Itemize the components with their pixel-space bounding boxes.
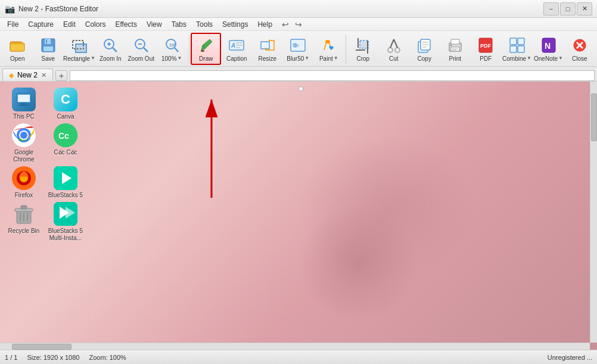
- caption-button[interactable]: A Caption: [222, 33, 252, 65]
- url-bar[interactable]: [70, 70, 595, 81]
- combine-icon: [508, 36, 527, 55]
- svg-rect-63: [18, 105, 29, 106]
- copy-label: Copy: [418, 55, 431, 62]
- menu-file[interactable]: File: [2, 19, 23, 30]
- open-label: Open: [10, 55, 24, 62]
- chrome-label: Google Chrome: [6, 149, 42, 163]
- desktop-icon-canva: C Canva: [48, 88, 83, 120]
- svg-text:A: A: [231, 42, 235, 49]
- desktop-icon-this-pc: This PC: [6, 88, 42, 120]
- zoom-in-icon: [101, 36, 120, 55]
- minimize-button[interactable]: −: [543, 2, 559, 15]
- onenote-arrow: ▼: [558, 55, 563, 61]
- bluestacks-icon: [54, 166, 77, 190]
- icon-row-2: Google Chrome Cc Cốc Cốc: [6, 123, 83, 163]
- print-button[interactable]: Print: [440, 33, 471, 65]
- menu-view[interactable]: View: [142, 19, 167, 30]
- svg-line-11: [113, 48, 117, 52]
- tab-new2[interactable]: ◆ New 2 ✕: [2, 69, 53, 81]
- print-label: Print: [449, 55, 461, 62]
- desktop-icon-chrome: Google Chrome: [6, 123, 42, 163]
- desktop-icon-firefox: Firefox: [6, 166, 42, 199]
- menu-tabs[interactable]: Tabs: [167, 19, 191, 30]
- onenote-label: OneNote: [534, 55, 558, 62]
- menu-tools[interactable]: Tools: [191, 19, 217, 30]
- rectangle-button[interactable]: Rectangle ▼: [64, 33, 95, 65]
- zoom-100-button[interactable]: 100 100% ▼: [157, 33, 187, 65]
- svg-rect-55: [518, 46, 524, 52]
- add-tab-button[interactable]: +: [55, 70, 67, 81]
- status-size: Size: 1920 x 1080: [27, 354, 79, 361]
- onenote-button[interactable]: N OneNote ▼: [533, 33, 564, 65]
- close-window-button[interactable]: ✕: [577, 2, 592, 15]
- menu-capture[interactable]: Capture: [23, 19, 58, 30]
- this-pc-icon: [12, 88, 36, 111]
- cut-button[interactable]: Cut: [379, 33, 409, 65]
- desktop-icon-bluestacks: BlueStacks 5: [48, 166, 83, 199]
- paint-button[interactable]: Paint ▼: [314, 33, 344, 65]
- this-pc-label: This PC: [13, 113, 35, 120]
- svg-rect-78: [21, 206, 27, 209]
- redo-button[interactable]: ↪: [293, 18, 304, 30]
- svg-rect-19: [201, 50, 204, 52]
- svg-rect-62: [20, 103, 27, 105]
- save-button[interactable]: Save: [33, 33, 64, 65]
- copy-icon: [415, 36, 434, 55]
- tab-bar: ◆ New 2 ✕ +: [0, 67, 597, 82]
- blur50-label: Blur50: [287, 55, 304, 62]
- app-icon: 📷: [5, 4, 15, 14]
- menu-bar: File Capture Edit Colors Effects View Ta…: [0, 18, 597, 31]
- recycle-label: Recycle Bin: [8, 228, 40, 235]
- status-registration: Unregistered ...: [548, 354, 592, 361]
- blur50-button[interactable]: 50 Blur50 ▼: [283, 33, 313, 65]
- zoom-in-button[interactable]: Zoom In: [95, 33, 126, 65]
- crop-button[interactable]: Crop: [348, 33, 378, 65]
- title-bar-controls: − □ ✕: [543, 2, 592, 15]
- svg-rect-32: [360, 41, 368, 48]
- toolbar-separator-1: [189, 35, 189, 63]
- paint-icon: [319, 36, 338, 55]
- copy-button[interactable]: Copy: [409, 33, 440, 65]
- desktop-icon-recycle: Recycle Bin: [6, 202, 42, 242]
- combine-button[interactable]: Combine ▼: [502, 33, 533, 65]
- menu-help[interactable]: Help: [253, 19, 277, 30]
- maximize-button[interactable]: □: [560, 2, 576, 15]
- open-button[interactable]: Open: [2, 33, 33, 65]
- vertical-scrollbar[interactable]: [590, 82, 597, 343]
- resize-button[interactable]: Resize: [253, 33, 283, 65]
- title-bar-left: 📷 New 2 - FastStone Editor: [5, 4, 98, 14]
- draw-button[interactable]: Draw: [191, 33, 221, 65]
- svg-text:N: N: [545, 41, 551, 51]
- svg-point-36: [395, 48, 400, 52]
- zoom-100-icon: 100: [162, 36, 181, 55]
- image-canvas[interactable]: This PC C Canva: [0, 82, 597, 350]
- menu-effects[interactable]: Effects: [110, 19, 141, 30]
- bluestacks2-label: BlueStacks 5 Multi-Insta...: [48, 228, 83, 242]
- chrome-icon: [12, 123, 36, 147]
- svg-rect-64: [18, 95, 30, 102]
- zoom-out-button[interactable]: Zoom Out: [126, 33, 157, 65]
- onenote-icon: N: [539, 36, 558, 55]
- toolbar: Open Save Rectangle ▼: [0, 31, 597, 67]
- undo-button[interactable]: ↩: [279, 18, 291, 30]
- window-title: New 2 - FastStone Editor: [18, 5, 98, 13]
- icon-row-4: Recycle Bin BlueStacks 5 Multi-Insta...: [6, 202, 83, 242]
- pdf-button[interactable]: PDF PDF: [471, 33, 501, 65]
- menu-edit[interactable]: Edit: [58, 19, 80, 30]
- paint-label-group: Paint ▼: [319, 55, 338, 62]
- zoom-out-icon: [132, 36, 151, 55]
- scrollbar-thumb-v[interactable]: [591, 94, 597, 141]
- scrollbar-thumb-h[interactable]: [12, 344, 71, 350]
- combine-label-group: Combine ▼: [502, 55, 531, 62]
- zoom-100-arrow: ▼: [178, 55, 182, 61]
- close-image-button[interactable]: Close: [565, 33, 595, 65]
- horizontal-scrollbar[interactable]: [0, 343, 590, 350]
- menu-colors[interactable]: Colors: [80, 19, 111, 30]
- svg-rect-53: [518, 38, 524, 45]
- icon-row-3: Firefox BlueStacks 5: [6, 166, 83, 199]
- menu-settings[interactable]: Settings: [217, 19, 253, 30]
- firefox-icon: [12, 166, 36, 190]
- tab-close-button[interactable]: ✕: [41, 71, 46, 79]
- toolbar-separator-2: [346, 35, 346, 63]
- svg-rect-52: [510, 38, 517, 45]
